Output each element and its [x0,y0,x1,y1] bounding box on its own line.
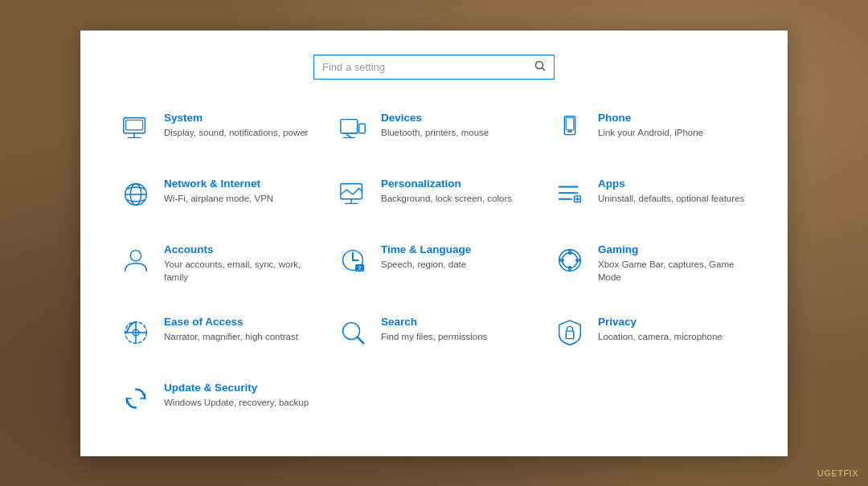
svg-line-39 [358,337,364,343]
settings-item-accounts[interactable]: Accounts Your accounts, email, sync, wor… [113,235,321,292]
settings-text-update: Update & Security Windows Update, recove… [164,382,315,409]
settings-title-phone: Phone [598,112,749,124]
settings-item-apps[interactable]: Apps Uninstall, defaults, optional featu… [547,169,755,219]
ease-icon [119,316,153,349]
svg-rect-40 [566,331,574,339]
settings-item-time[interactable]: 文 Time & Language Speech, region, date [330,235,538,292]
svg-point-0 [536,61,543,68]
settings-desc-devices: Bluetooth, printers, mouse [381,126,532,139]
search-bar[interactable] [313,55,555,80]
settings-item-update[interactable]: Update & Security Windows Update, recove… [113,374,321,423]
svg-rect-7 [359,124,366,133]
settings-grid: System Display, sound, notifications, po… [113,104,755,423]
search-icon [534,60,546,74]
settings-item-devices[interactable]: Devices Bluetooth, printers, mouse [330,104,538,153]
settings-desc-apps: Uninstall, defaults, optional features [598,192,749,205]
settings-title-personalization: Personalization [381,178,532,190]
gaming-icon [553,243,587,277]
settings-title-network: Network & Internet [164,178,315,190]
search-input[interactable] [322,61,534,73]
svg-rect-5 [126,120,143,129]
settings-title-apps: Apps [598,178,749,190]
settings-desc-search: Find my files, permissions [381,330,532,343]
settings-title-privacy: Privacy [598,316,749,328]
watermark: UGETFIX [817,468,858,478]
settings-text-personalization: Personalization Background, lock screen,… [381,178,532,205]
settings-text-devices: Devices Bluetooth, printers, mouse [381,112,532,139]
settings-desc-network: Wi-Fi, airplane mode, VPN [164,192,315,205]
update-icon [119,382,153,415]
settings-item-ease[interactable]: Ease of Access Narrator, magnifier, high… [113,308,321,357]
settings-item-personalization[interactable]: Personalization Background, lock screen,… [330,169,538,219]
settings-desc-accounts: Your accounts, email, sync, work, family [164,258,315,284]
settings-desc-personalization: Background, lock screen, colors [381,192,532,205]
settings-text-time: Time & Language Speech, region, date [381,243,532,271]
svg-rect-6 [341,119,358,133]
search-bar-container [113,55,755,80]
settings-item-phone[interactable]: Phone Link your Android, iPhone [547,104,755,153]
network-icon [119,178,153,211]
privacy-icon [553,316,587,349]
settings-title-update: Update & Security [164,382,315,394]
apps-icon [553,178,587,211]
settings-title-time: Time & Language [381,243,532,255]
svg-point-33 [563,252,578,268]
settings-text-apps: Apps Uninstall, defaults, optional featu… [598,178,749,205]
svg-text:文: 文 [357,265,362,271]
settings-title-ease: Ease of Access [164,316,315,328]
search-icon [336,316,370,349]
settings-desc-privacy: Location, camera, microphone [598,330,749,343]
svg-rect-13 [566,117,574,129]
settings-text-privacy: Privacy Location, camera, microphone [598,316,749,343]
settings-text-search: Search Find my files, permissions [381,316,532,343]
settings-item-network[interactable]: Network & Internet Wi-Fi, airplane mode,… [113,169,321,219]
settings-desc-phone: Link your Android, iPhone [598,126,749,139]
settings-window: System Display, sound, notifications, po… [80,31,788,456]
settings-text-accounts: Accounts Your accounts, email, sync, wor… [164,243,315,284]
settings-title-search: Search [381,316,532,328]
svg-line-1 [542,67,546,71]
accounts-icon [119,243,153,277]
settings-item-privacy[interactable]: Privacy Location, camera, microphone [547,308,755,357]
settings-desc-update: Windows Update, recovery, backup [164,396,315,409]
settings-item-system[interactable]: System Display, sound, notifications, po… [113,104,321,153]
settings-item-search[interactable]: Search Find my files, permissions [330,308,538,357]
settings-text-gaming: Gaming Xbox Game Bar, captures, Game Mod… [598,243,749,284]
settings-text-network: Network & Internet Wi-Fi, airplane mode,… [164,178,315,205]
settings-text-phone: Phone Link your Android, iPhone [598,112,749,139]
settings-title-devices: Devices [381,112,532,124]
settings-title-accounts: Accounts [164,243,315,255]
system-icon [119,112,153,145]
devices-icon [336,112,370,145]
settings-desc-ease: Narrator, magnifier, high contrast [164,330,315,343]
settings-title-system: System [164,112,315,124]
settings-text-ease: Ease of Access Narrator, magnifier, high… [164,316,315,343]
settings-text-system: System Display, sound, notifications, po… [164,112,315,139]
settings-desc-gaming: Xbox Game Bar, captures, Game Mode [598,258,749,284]
svg-point-26 [130,250,141,260]
personalization-icon [336,178,370,211]
time-icon: 文 [336,243,370,277]
settings-desc-time: Speech, region, date [381,258,532,271]
settings-item-gaming[interactable]: Gaming Xbox Game Bar, captures, Game Mod… [547,235,755,292]
settings-title-gaming: Gaming [598,243,749,255]
phone-icon [553,112,587,145]
settings-desc-system: Display, sound, notifications, power [164,126,315,139]
